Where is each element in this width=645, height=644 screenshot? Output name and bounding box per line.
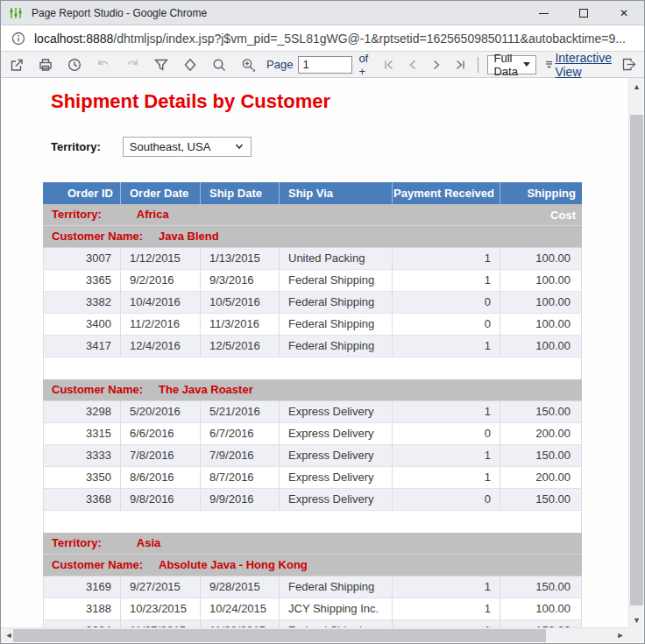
table-cell: 200.00 <box>500 467 582 489</box>
table-cell: 150.00 <box>500 445 582 467</box>
table-cell: Federal Shipping <box>280 270 393 292</box>
table-cell: 3368 <box>43 489 121 511</box>
table-cell: Federal Shipping <box>280 577 393 598</box>
table-cell: 3188 <box>43 598 121 620</box>
page-info-icon[interactable] <box>11 32 25 46</box>
territory-select[interactable]: Southeast, USA <box>123 137 252 157</box>
table-cell: 100.00 <box>500 314 582 336</box>
table-row: 340011/2/201611/3/2016Federal Shipping01… <box>43 314 582 336</box>
maximize-button[interactable] <box>563 1 604 25</box>
redo-icon[interactable] <box>124 57 140 73</box>
data-mode-value: Full Data <box>493 52 523 78</box>
exit-icon[interactable] <box>620 56 637 73</box>
table-cell: 8/6/2016 <box>121 467 201 489</box>
column-header: Shipping Cost <box>500 182 581 204</box>
table-cell: 12/4/2016 <box>121 336 201 357</box>
scroll-down-icon[interactable]: ▼ <box>629 613 644 627</box>
table-cell: 100.00 <box>500 248 582 270</box>
undo-icon[interactable] <box>96 57 111 73</box>
table-cell: 6/7/2016 <box>201 423 280 445</box>
table-cell: 11/3/2016 <box>201 314 280 336</box>
table-cell: 0 <box>393 423 500 445</box>
table-cell: 9/28/2015 <box>201 577 280 598</box>
scroll-right-icon[interactable]: ► <box>613 628 627 643</box>
url-path: /dhtmljsp/index.jsp?j$vm_pid=_5SL81gWG@-… <box>113 32 626 46</box>
table-row: 33508/6/20168/7/2016Express Delivery1200… <box>43 467 582 489</box>
filter-icon[interactable] <box>153 57 169 73</box>
previous-page-icon[interactable] <box>407 59 419 71</box>
table-cell: Federal Shipping <box>280 336 393 357</box>
toolbar-separator <box>478 57 478 73</box>
table-cell: 9/9/2016 <box>201 489 280 511</box>
report-toolbar: Page of + Full Data <box>1 52 644 78</box>
table-cell: 3417 <box>43 336 121 357</box>
table-cell: 9/2/2016 <box>121 270 201 292</box>
table-cell: 9/8/2016 <box>121 489 201 511</box>
table-cell: 10/24/2015 <box>201 598 280 620</box>
print-icon[interactable] <box>38 57 53 73</box>
last-page-icon[interactable] <box>454 59 466 71</box>
table-cell: Express Delivery <box>280 401 393 423</box>
schedule-clock-icon[interactable] <box>67 57 82 73</box>
table-row: 318810/23/201510/24/2015JCY Shipping Inc… <box>43 598 582 620</box>
scroll-up-icon[interactable]: ▲ <box>629 80 644 94</box>
column-header: Payment Received <box>393 182 500 204</box>
table-cell: 1/12/2015 <box>121 248 201 270</box>
close-button[interactable]: ✕ <box>604 1 644 25</box>
report-page: Shipment Details by Customer Territory: … <box>1 78 629 629</box>
table-cell: 11/2/2016 <box>121 314 201 336</box>
table-cell: 150.00 <box>500 401 582 423</box>
table-cell: 1 <box>393 401 500 423</box>
minimize-button[interactable] <box>523 1 563 25</box>
table-cell: 3333 <box>43 445 121 467</box>
vertical-scrollbar[interactable]: ▲ ▼ <box>628 78 643 629</box>
table-cell: Express Delivery <box>280 445 393 467</box>
table-cell: 5/20/2016 <box>121 401 201 423</box>
table-cell: 1 <box>393 336 500 357</box>
page-label: Page <box>266 58 293 71</box>
table-row: 33337/8/20167/9/2016Express Delivery1150… <box>43 445 582 467</box>
search-icon[interactable] <box>211 57 227 73</box>
table-cell: Express Delivery <box>280 489 393 511</box>
table-cell: 150.00 <box>500 577 582 598</box>
table-cell: 10/23/2015 <box>121 598 201 620</box>
territory-band-value: Africa <box>137 208 169 221</box>
territory-band-label: Territory: <box>52 536 102 549</box>
column-header: Ship Via <box>280 182 393 204</box>
export-icon[interactable] <box>9 57 25 73</box>
next-page-icon[interactable] <box>430 59 443 71</box>
table-cell: Federal Shipping <box>280 314 393 336</box>
table-cell: 1 <box>393 445 500 467</box>
table-cell: 1 <box>393 270 500 292</box>
horizontal-scrollbar[interactable]: ◄ ► <box>1 627 629 642</box>
table-header-row: Order IDOrder DateShip DateShip ViaPayme… <box>43 182 582 204</box>
address-bar[interactable]: localhost:8888/dhtmljsp/index.jsp?j$vm_p… <box>1 25 644 52</box>
territory-select-value: Southeast, USA <box>130 140 211 153</box>
horizontal-scrollbar-thumb[interactable] <box>13 629 546 642</box>
vertical-scrollbar-thumb[interactable] <box>630 115 643 605</box>
report-title: Shipment Details by Customer <box>51 90 330 113</box>
diamond-icon[interactable] <box>182 57 198 73</box>
table-cell: 100.00 <box>500 598 582 620</box>
first-page-icon[interactable] <box>383 59 395 71</box>
table-cell: 3382 <box>43 292 121 314</box>
table-cell: 1 <box>393 577 500 598</box>
column-header: Order Date <box>121 182 201 204</box>
zoom-in-icon[interactable] <box>240 57 256 73</box>
table-row: 341712/4/201612/5/2016Federal Shipping11… <box>43 336 582 357</box>
page-number-input[interactable] <box>298 56 352 74</box>
url-domain: localhost:8888 <box>34 32 113 46</box>
customer-group-band: Customer Name:The Java Roaster <box>43 379 582 401</box>
table-row: 33659/2/20169/3/2016Federal Shipping1100… <box>43 270 582 292</box>
table-cell: 0 <box>393 489 500 511</box>
table-cell: 1 <box>393 598 500 620</box>
interactive-view-link[interactable]: Interactive View <box>555 51 612 79</box>
page-count-label: of + <box>358 52 371 78</box>
table-cell: 1 <box>393 467 500 489</box>
table-cell: 10/4/2016 <box>121 292 201 314</box>
collapse-toolbar-icon[interactable] <box>543 59 555 70</box>
data-mode-select[interactable]: Full Data <box>487 55 536 74</box>
territory-param-label: Territory: <box>51 140 101 153</box>
table-cell: 100.00 <box>500 336 582 357</box>
table-cell: Express Delivery <box>280 467 393 489</box>
